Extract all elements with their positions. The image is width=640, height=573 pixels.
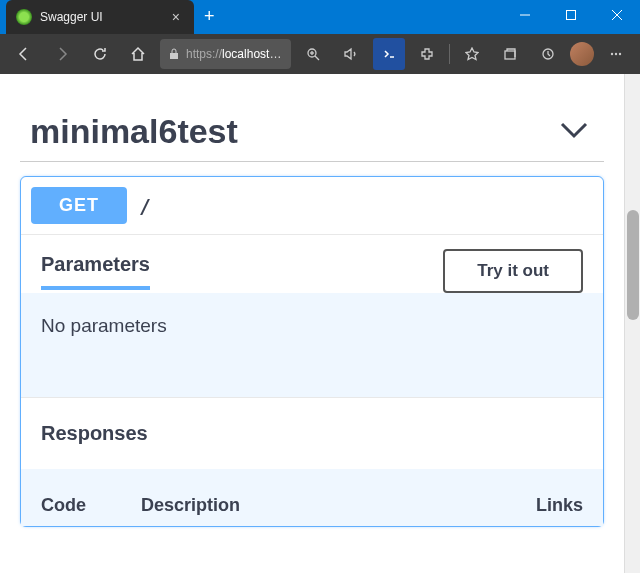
no-parameters-text: No parameters: [41, 315, 167, 336]
address-bar[interactable]: https://localhost:5001...: [160, 39, 291, 69]
home-button[interactable]: [122, 38, 154, 70]
try-it-out-button[interactable]: Try it out: [443, 249, 583, 293]
minimize-button[interactable]: [502, 0, 548, 30]
parameters-tab[interactable]: Parameters: [41, 253, 150, 290]
svg-point-12: [615, 53, 617, 55]
new-tab-button[interactable]: +: [194, 0, 225, 33]
browser-toolbar: https://localhost:5001...: [0, 34, 640, 74]
col-code: Code: [41, 495, 141, 516]
col-links: Links: [483, 495, 583, 516]
operation-path: /: [139, 194, 151, 218]
chevron-down-icon[interactable]: [554, 115, 594, 149]
read-aloud-icon[interactable]: [335, 38, 367, 70]
svg-point-13: [619, 53, 621, 55]
history-icon[interactable]: [532, 38, 564, 70]
refresh-button[interactable]: [84, 38, 116, 70]
api-title: minimal6test: [30, 112, 238, 151]
svg-rect-1: [567, 11, 576, 20]
browser-tab[interactable]: Swagger UI ×: [6, 0, 194, 34]
terminal-icon[interactable]: [373, 38, 405, 70]
vertical-scrollbar[interactable]: [624, 74, 640, 573]
back-button[interactable]: [8, 38, 40, 70]
lock-icon: [168, 48, 180, 60]
toolbar-divider: [449, 44, 450, 64]
window-titlebar: Swagger UI × +: [0, 0, 640, 34]
svg-point-11: [611, 53, 613, 55]
tab-title: Swagger UI: [40, 10, 160, 24]
maximize-button[interactable]: [548, 0, 594, 30]
responses-table-header: Code Description Links: [21, 469, 603, 526]
operation-block: GET / Parameters Try it out No parameter…: [20, 176, 604, 527]
extensions-icon[interactable]: [411, 38, 443, 70]
svg-rect-4: [170, 53, 178, 59]
close-tab-icon[interactable]: ×: [168, 7, 184, 27]
zoom-icon[interactable]: [297, 38, 329, 70]
close-window-button[interactable]: [594, 0, 640, 30]
api-header[interactable]: minimal6test: [20, 94, 604, 162]
collections-icon[interactable]: [494, 38, 526, 70]
svg-line-6: [315, 56, 319, 60]
swagger-favicon-icon: [16, 9, 32, 25]
parameters-body: No parameters: [21, 293, 603, 397]
scrollbar-thumb[interactable]: [627, 210, 639, 320]
forward-button[interactable]: [46, 38, 78, 70]
operation-summary[interactable]: GET /: [21, 177, 603, 234]
col-description: Description: [141, 495, 483, 516]
svg-rect-9: [505, 51, 515, 59]
window-controls: [502, 0, 640, 30]
parameters-header: Parameters Try it out: [21, 234, 603, 293]
more-menu-icon[interactable]: [600, 38, 632, 70]
profile-avatar[interactable]: [570, 42, 594, 66]
page-content: minimal6test GET / Parameters Try it out…: [0, 74, 624, 573]
http-method-badge: GET: [31, 187, 127, 224]
url-text: https://localhost:5001...: [186, 47, 283, 61]
favorites-icon[interactable]: [456, 38, 488, 70]
responses-header: Responses: [21, 397, 603, 469]
